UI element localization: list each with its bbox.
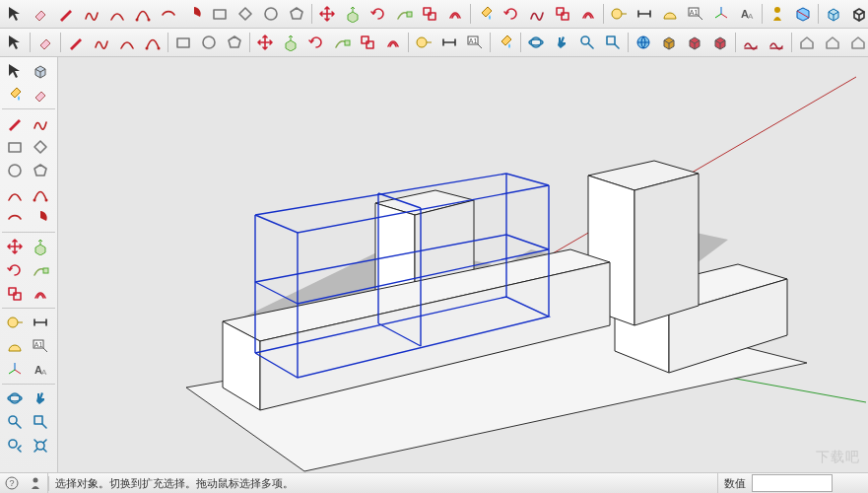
freehand-icon[interactable] bbox=[90, 31, 113, 54]
protractor-icon[interactable] bbox=[3, 334, 27, 358]
rect-rot-icon[interactable] bbox=[29, 135, 52, 159]
section-icon[interactable] bbox=[791, 2, 815, 26]
zoomwin-icon[interactable] bbox=[29, 410, 52, 434]
offset-icon[interactable] bbox=[29, 282, 52, 306]
prev-icon[interactable] bbox=[3, 434, 27, 458]
arc3-icon[interactable] bbox=[3, 206, 27, 230]
pan-icon[interactable] bbox=[550, 31, 573, 54]
circle-icon[interactable] bbox=[197, 31, 221, 54]
rotate-icon[interactable] bbox=[367, 2, 390, 26]
circle-icon[interactable] bbox=[3, 159, 27, 182]
protractor-icon[interactable] bbox=[658, 2, 682, 26]
select-icon[interactable] bbox=[3, 31, 27, 54]
pan-icon[interactable] bbox=[29, 387, 52, 410]
scale-icon[interactable] bbox=[356, 31, 379, 54]
rotate-icon[interactable] bbox=[304, 31, 328, 54]
orbit-icon[interactable] bbox=[524, 31, 548, 54]
move-icon[interactable] bbox=[253, 31, 277, 54]
followme-icon[interactable] bbox=[330, 31, 354, 54]
zoomwin-icon[interactable] bbox=[601, 31, 625, 54]
zoomext-icon[interactable] bbox=[29, 434, 52, 458]
dimension-icon[interactable] bbox=[437, 31, 461, 54]
circle-icon[interactable] bbox=[259, 2, 283, 26]
sandbox2-icon[interactable] bbox=[765, 31, 788, 54]
eraser-icon[interactable] bbox=[29, 83, 52, 106]
arc-icon[interactable] bbox=[3, 182, 27, 206]
style2-icon[interactable] bbox=[657, 31, 681, 54]
rotate-icon[interactable] bbox=[3, 258, 27, 282]
arc3-icon[interactable] bbox=[157, 2, 180, 26]
arc-icon[interactable] bbox=[105, 2, 129, 26]
move-icon[interactable] bbox=[315, 2, 339, 26]
front-icon[interactable] bbox=[846, 31, 868, 54]
polygon-icon[interactable] bbox=[223, 31, 246, 54]
scale-red-icon[interactable] bbox=[551, 2, 574, 26]
polygon-icon[interactable] bbox=[29, 159, 52, 182]
offset-icon[interactable] bbox=[381, 31, 405, 54]
arc-icon[interactable] bbox=[115, 31, 139, 54]
text3d-icon[interactable]: AA bbox=[735, 2, 759, 26]
rect-icon[interactable] bbox=[208, 2, 232, 26]
select-icon[interactable] bbox=[3, 59, 27, 83]
followme-icon[interactable] bbox=[392, 2, 416, 26]
style4-icon[interactable] bbox=[708, 31, 732, 54]
move-icon[interactable] bbox=[3, 235, 27, 258]
text3d-icon[interactable]: AA bbox=[29, 358, 52, 382]
dimension-icon[interactable] bbox=[633, 2, 656, 26]
person-icon[interactable] bbox=[766, 2, 789, 26]
component-instance-icon[interactable] bbox=[29, 59, 52, 83]
select-icon[interactable] bbox=[3, 2, 27, 26]
followme-icon[interactable] bbox=[29, 258, 52, 282]
freehand-icon[interactable] bbox=[29, 111, 52, 135]
pie-icon[interactable] bbox=[29, 206, 52, 230]
rect-rot-icon[interactable] bbox=[234, 2, 257, 26]
text-icon[interactable]: A1 bbox=[684, 2, 707, 26]
axes-icon[interactable] bbox=[3, 358, 27, 382]
pushpull-icon[interactable] bbox=[279, 31, 302, 54]
paint-icon[interactable] bbox=[494, 31, 517, 54]
offset-icon[interactable] bbox=[443, 2, 467, 26]
pushpull-icon[interactable] bbox=[341, 2, 365, 26]
text-icon[interactable]: A1 bbox=[463, 31, 487, 54]
paint-icon[interactable] bbox=[3, 83, 27, 106]
help-icon[interactable]: ? bbox=[4, 475, 20, 491]
sandbox1-icon[interactable] bbox=[739, 31, 763, 54]
value-input[interactable] bbox=[752, 474, 833, 492]
pushpull-icon[interactable] bbox=[29, 235, 52, 258]
axes-icon[interactable] bbox=[709, 2, 733, 26]
eraser-icon[interactable] bbox=[29, 2, 52, 26]
zoom-icon[interactable] bbox=[3, 410, 27, 434]
scale-icon[interactable] bbox=[418, 2, 441, 26]
eraser-icon[interactable] bbox=[33, 31, 57, 54]
freehand-icon[interactable] bbox=[80, 2, 103, 26]
tape-icon[interactable] bbox=[412, 31, 435, 54]
rect-icon[interactable] bbox=[171, 31, 195, 54]
arc2-icon[interactable] bbox=[131, 2, 155, 26]
pie-icon[interactable] bbox=[182, 2, 206, 26]
group-icon[interactable] bbox=[847, 2, 868, 26]
person-status-icon[interactable] bbox=[28, 475, 43, 491]
top-icon[interactable] bbox=[821, 31, 844, 54]
polygon-icon[interactable] bbox=[285, 2, 308, 26]
follow-curve-icon[interactable] bbox=[525, 2, 549, 26]
3d-viewport[interactable]: 下载吧 bbox=[58, 57, 868, 472]
scale-icon[interactable] bbox=[3, 282, 27, 306]
offset-red-icon[interactable] bbox=[576, 2, 600, 26]
style3-icon[interactable] bbox=[683, 31, 706, 54]
line-icon[interactable] bbox=[54, 2, 78, 26]
rect-icon[interactable] bbox=[3, 135, 27, 159]
tape-icon[interactable] bbox=[3, 311, 27, 334]
arc2-icon[interactable] bbox=[141, 31, 165, 54]
style1-icon[interactable] bbox=[632, 31, 655, 54]
line-icon[interactable] bbox=[3, 111, 27, 135]
line-icon[interactable] bbox=[64, 31, 88, 54]
orbit-icon[interactable] bbox=[3, 387, 27, 410]
text-icon[interactable]: A1 bbox=[29, 334, 52, 358]
rotate-red-icon[interactable] bbox=[500, 2, 523, 26]
dimension-icon[interactable] bbox=[29, 311, 52, 334]
tape-icon[interactable] bbox=[607, 2, 631, 26]
iso-icon[interactable] bbox=[795, 31, 819, 54]
zoom-icon[interactable] bbox=[575, 31, 599, 54]
component-icon[interactable] bbox=[822, 2, 845, 26]
paint-icon[interactable] bbox=[474, 2, 498, 26]
